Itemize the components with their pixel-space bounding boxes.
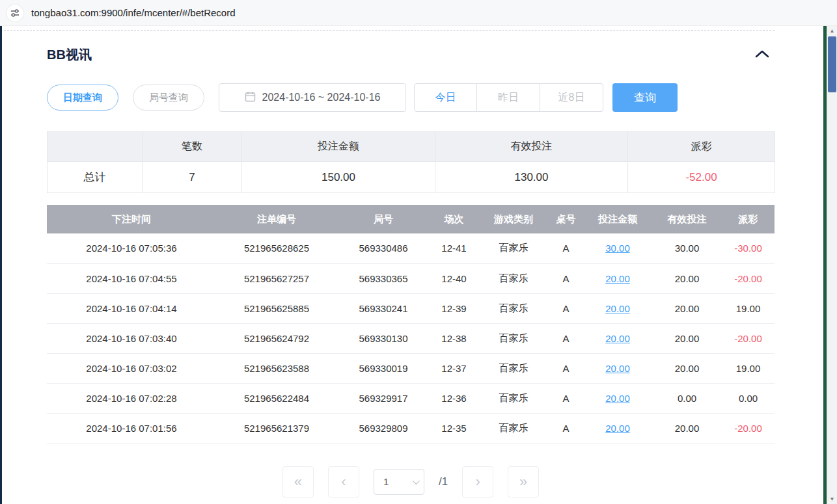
cell-payout: 0.00 [722, 383, 775, 413]
cell-bet-id: 521965627257 [216, 263, 337, 293]
col-header-valid-bet: 有效投注 [652, 205, 722, 233]
page-select-wrap: 1 [374, 469, 424, 495]
cell-bet-amount: 20.00 [583, 323, 652, 353]
col-header-bet-time: 下注时间 [47, 205, 216, 233]
summary-header-row: 笔数 投注金额 有效投注 派彩 [48, 132, 775, 162]
col-header-bet-id: 注单编号 [216, 205, 337, 233]
cell-bet-time: 2024-10-16 07:05:36 [47, 233, 216, 263]
prev-page-button[interactable]: ‹ [328, 466, 359, 497]
cell-table-no: A [549, 413, 583, 443]
cell-round-no: 569329809 [337, 413, 430, 443]
bet-record-table: 下注时间 注单编号 局号 场次 游戏类别 桌号 投注金额 有效投注 派彩 202… [47, 205, 775, 444]
section-header: BB视讯 [47, 46, 775, 64]
summary-bet-amount-value: 150.00 [242, 162, 435, 193]
cell-payout: -20.00 [722, 323, 775, 353]
cell-game-type: 百家乐 [478, 293, 549, 323]
cell-game-type: 百家乐 [478, 263, 549, 293]
table-row: 2024-10-16 07:03:40 521965624792 5693301… [47, 323, 775, 353]
cell-valid-bet: 20.00 [652, 263, 722, 293]
cell-session: 12-39 [430, 293, 478, 323]
summary-payout-value: -52.00 [628, 162, 775, 193]
date-range-value: 2024-10-16 ~ 2024-10-16 [262, 92, 381, 103]
table-row: 2024-10-16 07:01:56 521965621379 5693298… [47, 413, 775, 443]
table-row: 2024-10-16 07:02:28 521965622484 5693299… [47, 383, 775, 413]
cell-bet-amount: 20.00 [583, 293, 652, 323]
cell-payout: -20.00 [722, 263, 775, 293]
summary-header-count: 笔数 [143, 132, 242, 162]
date-query-tab[interactable]: 日期查询 [47, 85, 118, 111]
col-header-session: 场次 [430, 205, 478, 233]
last-page-button[interactable]: » [508, 466, 539, 497]
scroll-up-arrow-icon[interactable]: ▲ [827, 26, 837, 36]
quick-date-group: 今日 昨日 近8日 [414, 83, 603, 112]
cell-bet-amount: 20.00 [583, 353, 652, 383]
cell-bet-id: 521965621379 [216, 413, 337, 443]
cell-bet-amount: 20.00 [583, 413, 652, 443]
cell-table-no: A [549, 263, 583, 293]
yesterday-button[interactable]: 昨日 [477, 83, 540, 112]
summary-total-row: 总计 7 150.00 130.00 -52.00 [48, 162, 775, 193]
cell-bet-time: 2024-10-16 07:03:40 [47, 323, 216, 353]
url-text[interactable]: tongbao31.com:9900/infe/mcenter/#/betRec… [31, 7, 236, 18]
cell-table-no: A [549, 323, 583, 353]
cell-game-type: 百家乐 [478, 233, 549, 263]
cell-bet-amount: 30.00 [583, 233, 652, 263]
summary-total-label: 总计 [48, 162, 143, 193]
cell-session: 12-35 [430, 413, 478, 443]
bet-amount-link[interactable]: 20.00 [605, 363, 630, 374]
round-query-tab[interactable]: 局号查询 [133, 85, 204, 111]
date-range-picker[interactable]: 2024-10-16 ~ 2024-10-16 [219, 83, 406, 112]
col-header-bet-amount: 投注金额 [583, 205, 652, 233]
cell-bet-amount: 20.00 [583, 383, 652, 413]
cell-bet-time: 2024-10-16 07:01:56 [47, 413, 216, 443]
cell-bet-id: 521965624792 [216, 323, 337, 353]
collapse-section-button[interactable] [750, 47, 775, 62]
table-row: 2024-10-16 07:04:55 521965627257 5693303… [47, 263, 775, 293]
bet-record-page: BB视讯 日期查询 局号查询 2024-10-16 ~ 2024-10-16 [0, 46, 821, 497]
page-select[interactable]: 1 [374, 469, 424, 495]
next-page-button[interactable]: › [462, 466, 493, 497]
chevron-up-icon [755, 50, 769, 60]
summary-table: 笔数 投注金额 有效投注 派彩 总计 7 150.00 130.00 -52.0… [47, 131, 775, 193]
bet-amount-link[interactable]: 20.00 [605, 273, 630, 284]
last-8-days-button[interactable]: 近8日 [540, 83, 603, 112]
cell-round-no: 569330365 [337, 263, 430, 293]
cell-bet-id: 521965625885 [216, 293, 337, 323]
cell-valid-bet: 30.00 [652, 233, 722, 263]
cell-valid-bet: 20.00 [652, 413, 722, 443]
first-page-button[interactable]: « [282, 466, 314, 497]
summary-valid-bet-value: 130.00 [435, 162, 628, 193]
cell-session: 12-40 [430, 263, 478, 293]
bet-table-body: 2024-10-16 07:05:36 521965628625 5693304… [47, 233, 775, 443]
browser-address-bar: tongbao31.com:9900/infe/mcenter/#/betRec… [0, 0, 837, 26]
bet-amount-link[interactable]: 20.00 [605, 423, 630, 434]
page-title: BB视讯 [47, 46, 92, 64]
cell-bet-amount: 20.00 [583, 263, 652, 293]
cell-game-type: 百家乐 [478, 353, 549, 383]
cell-round-no: 569329917 [337, 383, 430, 413]
summary-header-blank [48, 132, 143, 162]
today-button[interactable]: 今日 [414, 83, 477, 112]
vertical-scrollbar[interactable]: ▲ ▼ [827, 26, 837, 504]
col-header-game-type: 游戏类别 [478, 205, 549, 233]
cell-bet-time: 2024-10-16 07:03:02 [47, 353, 216, 383]
cell-game-type: 百家乐 [478, 413, 549, 443]
scroll-down-arrow-icon[interactable]: ▼ [827, 494, 837, 504]
bet-table-header-row: 下注时间 注单编号 局号 场次 游戏类别 桌号 投注金额 有效投注 派彩 [47, 205, 775, 233]
bet-amount-link[interactable]: 20.00 [605, 393, 630, 404]
site-settings-icon[interactable] [7, 5, 23, 21]
bet-amount-link[interactable]: 30.00 [605, 243, 630, 254]
search-button[interactable]: 查询 [612, 83, 678, 112]
cell-table-no: A [549, 383, 583, 413]
bet-amount-link[interactable]: 20.00 [605, 303, 630, 314]
cell-bet-time: 2024-10-16 07:04:55 [47, 263, 216, 293]
cell-table-no: A [549, 353, 583, 383]
cell-payout: -30.00 [722, 233, 775, 263]
bet-amount-link[interactable]: 20.00 [605, 333, 630, 344]
cell-bet-time: 2024-10-16 07:02:28 [47, 383, 216, 413]
summary-header-valid-bet: 有效投注 [435, 132, 628, 162]
cell-round-no: 569330241 [337, 293, 430, 323]
scrollbar-thumb[interactable] [828, 36, 836, 92]
table-row: 2024-10-16 07:03:02 521965623588 5693300… [47, 353, 775, 383]
dashed-divider [4, 30, 775, 31]
